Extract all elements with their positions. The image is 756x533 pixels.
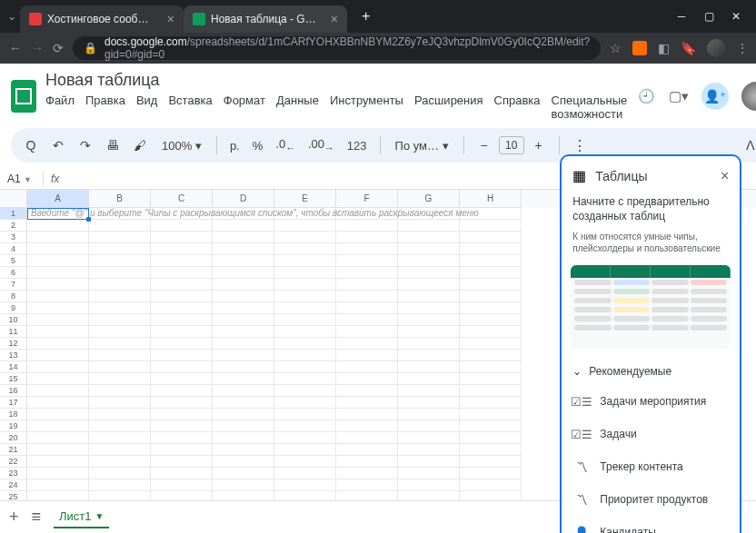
cell[interactable]: [398, 409, 460, 420]
column-header[interactable]: D: [213, 190, 274, 208]
row-header[interactable]: 18: [0, 409, 27, 420]
cell[interactable]: [398, 385, 460, 397]
browser-tab-active[interactable]: Новая таблица - Google Табли ×: [184, 5, 347, 33]
decrease-font-icon[interactable]: −: [473, 134, 495, 156]
row-header[interactable]: 20: [0, 432, 27, 444]
number-format-button[interactable]: 123: [343, 139, 371, 153]
cell[interactable]: [89, 220, 151, 232]
cell[interactable]: [213, 350, 274, 361]
cell[interactable]: [27, 420, 89, 432]
bookmark-icon[interactable]: 🔖: [681, 41, 696, 55]
cell[interactable]: [274, 491, 336, 500]
back-icon[interactable]: ←: [9, 41, 22, 55]
cell[interactable]: [151, 338, 213, 350]
share-button[interactable]: 👤⁺: [701, 83, 729, 110]
cell[interactable]: [460, 397, 522, 409]
cell[interactable]: [398, 491, 460, 500]
cell[interactable]: [89, 361, 151, 373]
cell[interactable]: [151, 409, 213, 420]
cell[interactable]: [398, 232, 460, 243]
template-item-candidates[interactable]: 👤Кандидаты: [562, 516, 740, 533]
cell[interactable]: [336, 302, 398, 314]
cell[interactable]: [213, 267, 274, 279]
cell[interactable]: [274, 243, 336, 255]
percent-format-button[interactable]: %: [249, 139, 267, 153]
account-avatar[interactable]: [741, 82, 756, 111]
template-item-tasks[interactable]: ☑☰Задачи: [562, 418, 740, 450]
cell[interactable]: [274, 397, 336, 409]
history-icon[interactable]: 🕘: [636, 86, 656, 106]
cell[interactable]: [274, 385, 336, 397]
profile-icon[interactable]: [707, 39, 725, 57]
cell[interactable]: [89, 350, 151, 361]
star-icon[interactable]: ☆: [610, 41, 622, 55]
cell[interactable]: [151, 385, 213, 397]
row-header[interactable]: 5: [0, 255, 27, 267]
cell[interactable]: [274, 291, 336, 302]
cell[interactable]: [213, 314, 274, 326]
cell[interactable]: [151, 314, 213, 326]
cell[interactable]: [27, 444, 89, 456]
cell[interactable]: [89, 373, 151, 385]
cell[interactable]: [398, 291, 460, 302]
row-header[interactable]: 21: [0, 444, 27, 456]
cell[interactable]: [213, 420, 274, 432]
cell[interactable]: [27, 373, 89, 385]
row-header[interactable]: 7: [0, 279, 27, 291]
cell[interactable]: [27, 338, 89, 350]
more-toolbar-icon[interactable]: ⋮: [569, 134, 591, 156]
cell[interactable]: [398, 350, 460, 361]
cell[interactable]: [460, 468, 522, 479]
cell[interactable]: [89, 291, 151, 302]
cell[interactable]: [213, 338, 274, 350]
cell[interactable]: [336, 479, 398, 491]
currency-format-button[interactable]: р.: [226, 139, 244, 153]
font-size-input[interactable]: 10: [499, 136, 524, 154]
row-header[interactable]: 10: [0, 314, 27, 326]
menu-view[interactable]: Вид: [136, 94, 158, 121]
close-panel-icon[interactable]: ×: [721, 168, 729, 184]
column-header[interactable]: B: [89, 190, 151, 208]
cell[interactable]: [151, 397, 213, 409]
row-header[interactable]: 19: [0, 420, 27, 432]
menu-icon[interactable]: ⋮: [736, 41, 749, 55]
cell[interactable]: [398, 279, 460, 291]
decrease-decimal-button[interactable]: .0←: [272, 137, 299, 153]
row-header[interactable]: 14: [0, 361, 27, 373]
menu-insert[interactable]: Вставка: [168, 94, 212, 121]
cell[interactable]: [398, 468, 460, 479]
cell[interactable]: [274, 409, 336, 420]
cell[interactable]: [151, 432, 213, 444]
cell[interactable]: [213, 468, 274, 479]
cell[interactable]: [27, 291, 89, 302]
cell[interactable]: [398, 243, 460, 255]
browser-tab-inactive[interactable]: Хостинговое сообщество «Tin ×: [20, 5, 184, 33]
section-toggle[interactable]: ⌄ Рекомендуемые: [562, 358, 740, 385]
cell[interactable]: [89, 409, 151, 420]
cell[interactable]: [27, 479, 89, 491]
cell[interactable]: [336, 314, 398, 326]
increase-font-icon[interactable]: +: [528, 134, 550, 156]
cell[interactable]: [27, 302, 89, 314]
close-tab-icon[interactable]: ×: [167, 12, 174, 26]
cell[interactable]: [27, 326, 89, 338]
cell[interactable]: [27, 456, 89, 468]
menu-tools[interactable]: Инструменты: [330, 94, 403, 121]
cell[interactable]: [89, 279, 151, 291]
cell[interactable]: [398, 456, 460, 468]
cell[interactable]: [460, 409, 522, 420]
cell[interactable]: [398, 267, 460, 279]
cell[interactable]: [274, 373, 336, 385]
cell[interactable]: [460, 220, 522, 232]
cell[interactable]: [336, 409, 398, 420]
cell[interactable]: [274, 468, 336, 479]
cell[interactable]: [27, 279, 89, 291]
cell[interactable]: [27, 491, 89, 500]
cell[interactable]: [460, 302, 522, 314]
column-header[interactable]: H: [460, 190, 522, 208]
cell[interactable]: [274, 361, 336, 373]
cell[interactable]: [213, 291, 274, 302]
cell[interactable]: [89, 397, 151, 409]
cell[interactable]: [274, 326, 336, 338]
cell[interactable]: [151, 361, 213, 373]
